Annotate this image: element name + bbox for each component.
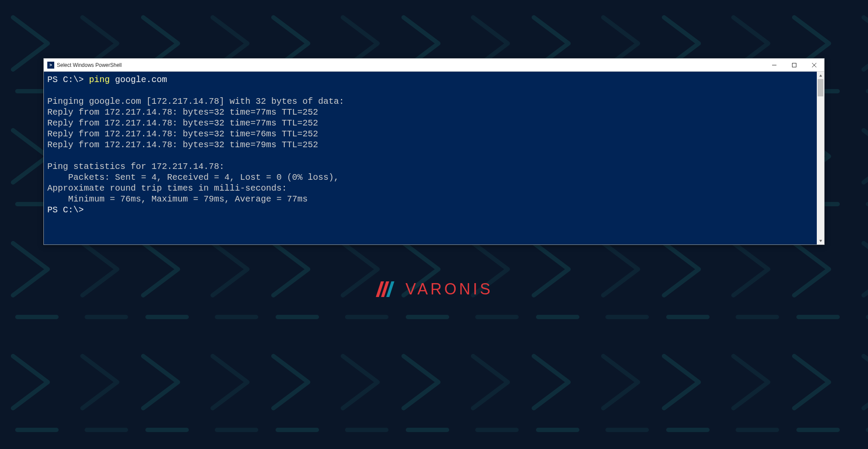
svg-rect-4	[792, 63, 796, 67]
ping-stats-packets: Packets: Sent = 4, Received = 4, Lost = …	[47, 172, 339, 182]
terminal-output[interactable]: PS C:\> ping google.com Pinging google.c…	[44, 72, 817, 244]
powershell-icon	[47, 62, 54, 69]
scrollbar-thumb[interactable]	[818, 79, 823, 96]
maximize-button[interactable]	[784, 59, 804, 71]
window-controls	[764, 59, 824, 71]
scrollbar-track[interactable]	[817, 79, 824, 237]
command-arg: google.com	[110, 75, 167, 85]
titlebar[interactable]: Select Windows PowerShell	[44, 59, 824, 72]
vertical-scrollbar[interactable]	[817, 72, 824, 244]
ping-header: Pinging google.com [172.217.14.78] with …	[47, 96, 344, 106]
scroll-down-icon[interactable]	[817, 237, 824, 244]
ping-rtt-header: Approximate round trip times in milli-se…	[47, 183, 287, 193]
ping-reply: Reply from 172.217.14.78: bytes=32 time=…	[47, 118, 318, 128]
prompt: PS C:\>	[47, 205, 84, 215]
ping-reply: Reply from 172.217.14.78: bytes=32 time=…	[47, 140, 318, 150]
ping-reply: Reply from 172.217.14.78: bytes=32 time=…	[47, 129, 318, 139]
ping-reply: Reply from 172.217.14.78: bytes=32 time=…	[47, 107, 318, 117]
varonis-logo: VARONIS	[375, 280, 493, 298]
minimize-button[interactable]	[764, 59, 784, 71]
varonis-wordmark: VARONIS	[405, 280, 493, 298]
prompt: PS C:\>	[47, 75, 89, 85]
varonis-mark-icon	[375, 281, 399, 298]
window-title: Select Windows PowerShell	[57, 62, 122, 68]
scroll-up-icon[interactable]	[817, 72, 824, 79]
command-name: ping	[89, 75, 110, 85]
powershell-window: Select Windows PowerShell PS C:\> ping g…	[43, 58, 825, 245]
ping-stats-header: Ping statistics for 172.217.14.78:	[47, 162, 224, 172]
close-button[interactable]	[804, 59, 824, 71]
ping-rtt-values: Minimum = 76ms, Maximum = 79ms, Average …	[47, 194, 308, 204]
